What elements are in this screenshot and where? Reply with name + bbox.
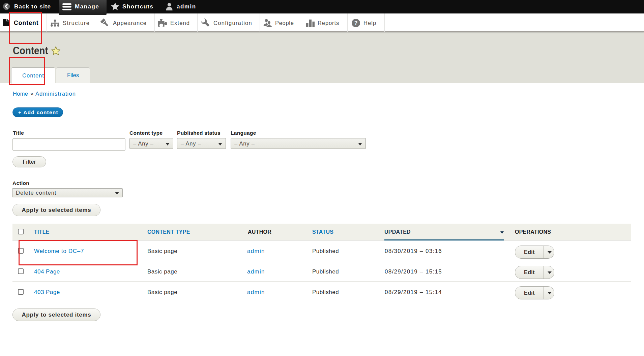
svg-text:?: ? bbox=[354, 20, 357, 26]
